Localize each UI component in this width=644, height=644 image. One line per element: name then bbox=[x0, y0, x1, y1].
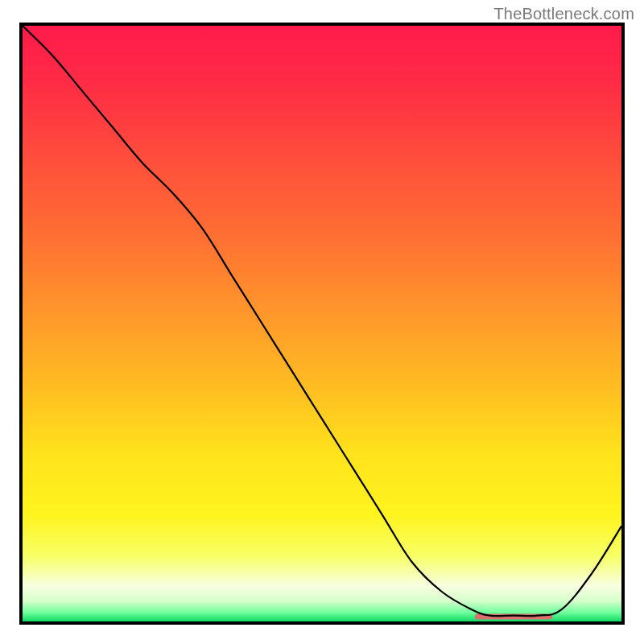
bottleneck-chart bbox=[23, 26, 621, 621]
chart-frame bbox=[19, 23, 625, 625]
attribution-text: TheBottleneck.com bbox=[493, 5, 634, 23]
chart-background bbox=[23, 26, 621, 621]
